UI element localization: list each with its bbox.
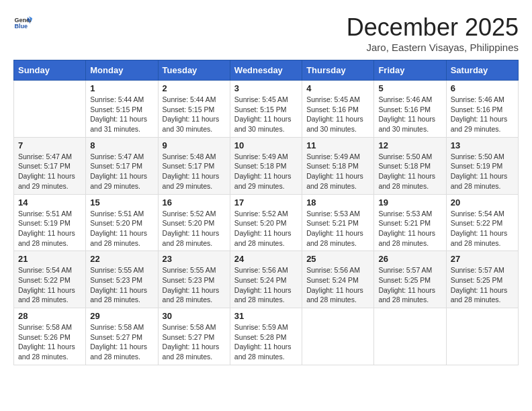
- logo-icon: General Blue: [13, 13, 32, 32]
- day-info: Sunrise: 5:54 AMSunset: 5:22 PMDaylight:…: [451, 209, 514, 248]
- calendar-cell: 13Sunrise: 5:50 AMSunset: 5:19 PMDayligh…: [446, 137, 518, 194]
- calendar-cell: [302, 308, 374, 365]
- calendar-cell: 14Sunrise: 5:51 AMSunset: 5:19 PMDayligh…: [14, 194, 86, 251]
- calendar-cell: 29Sunrise: 5:58 AMSunset: 5:27 PMDayligh…: [86, 308, 158, 365]
- day-info: Sunrise: 5:51 AMSunset: 5:19 PMDaylight:…: [18, 209, 81, 248]
- day-info: Sunrise: 5:54 AMSunset: 5:22 PMDaylight:…: [18, 265, 81, 305]
- calendar-cell: 25Sunrise: 5:56 AMSunset: 5:24 PMDayligh…: [302, 251, 374, 308]
- day-number: 2: [163, 83, 226, 93]
- week-row-1: 1Sunrise: 5:44 AMSunset: 5:15 PMDaylight…: [14, 81, 519, 138]
- calendar-table: SundayMondayTuesdayWednesdayThursdayFrid…: [13, 60, 519, 365]
- day-info: Sunrise: 5:49 AMSunset: 5:18 PMDaylight:…: [234, 152, 298, 191]
- day-number: 25: [306, 254, 369, 264]
- month-title: December 2025: [347, 13, 519, 42]
- day-number: 10: [234, 140, 298, 150]
- day-number: 24: [234, 254, 298, 264]
- week-row-3: 14Sunrise: 5:51 AMSunset: 5:19 PMDayligh…: [14, 194, 519, 251]
- calendar-cell: 28Sunrise: 5:58 AMSunset: 5:26 PMDayligh…: [14, 308, 86, 365]
- calendar-cell: [374, 308, 446, 365]
- calendar-cell: 17Sunrise: 5:52 AMSunset: 5:20 PMDayligh…: [230, 194, 302, 251]
- day-info: Sunrise: 5:49 AMSunset: 5:18 PMDaylight:…: [306, 152, 369, 191]
- day-number: 27: [451, 254, 514, 264]
- day-number: 13: [451, 140, 514, 150]
- day-info: Sunrise: 5:44 AMSunset: 5:15 PMDaylight:…: [90, 95, 153, 134]
- day-info: Sunrise: 5:57 AMSunset: 5:25 PMDaylight:…: [451, 265, 514, 305]
- day-number: 12: [378, 140, 441, 150]
- weekday-header-saturday: Saturday: [446, 60, 518, 81]
- day-number: 9: [163, 140, 226, 150]
- week-row-5: 28Sunrise: 5:58 AMSunset: 5:26 PMDayligh…: [14, 308, 519, 365]
- calendar-cell: 23Sunrise: 5:55 AMSunset: 5:23 PMDayligh…: [158, 251, 230, 308]
- day-number: 23: [163, 254, 226, 264]
- day-number: 28: [18, 311, 81, 321]
- day-info: Sunrise: 5:56 AMSunset: 5:24 PMDaylight:…: [306, 265, 369, 305]
- calendar-cell: 26Sunrise: 5:57 AMSunset: 5:25 PMDayligh…: [374, 251, 446, 308]
- weekday-header-sunday: Sunday: [14, 60, 86, 81]
- day-number: 7: [18, 140, 81, 150]
- day-info: Sunrise: 5:50 AMSunset: 5:19 PMDaylight:…: [451, 152, 514, 191]
- day-number: 30: [163, 311, 226, 321]
- day-number: 5: [378, 83, 441, 93]
- calendar-cell: 3Sunrise: 5:45 AMSunset: 5:15 PMDaylight…: [230, 81, 302, 138]
- calendar-cell: 11Sunrise: 5:49 AMSunset: 5:18 PMDayligh…: [302, 137, 374, 194]
- week-row-2: 7Sunrise: 5:47 AMSunset: 5:17 PMDaylight…: [14, 137, 519, 194]
- calendar-cell: 9Sunrise: 5:48 AMSunset: 5:17 PMDaylight…: [158, 137, 230, 194]
- calendar-cell: 7Sunrise: 5:47 AMSunset: 5:17 PMDaylight…: [14, 137, 86, 194]
- day-info: Sunrise: 5:46 AMSunset: 5:16 PMDaylight:…: [378, 95, 441, 134]
- day-info: Sunrise: 5:58 AMSunset: 5:27 PMDaylight:…: [163, 322, 226, 362]
- calendar-cell: 2Sunrise: 5:44 AMSunset: 5:15 PMDaylight…: [158, 81, 230, 138]
- day-info: Sunrise: 5:52 AMSunset: 5:20 PMDaylight:…: [234, 209, 298, 248]
- logo: General Blue: [13, 13, 32, 32]
- day-number: 22: [90, 254, 153, 264]
- day-info: Sunrise: 5:53 AMSunset: 5:21 PMDaylight:…: [378, 209, 441, 248]
- day-number: 19: [378, 197, 441, 208]
- calendar-cell: 24Sunrise: 5:56 AMSunset: 5:24 PMDayligh…: [230, 251, 302, 308]
- calendar-cell: 12Sunrise: 5:50 AMSunset: 5:18 PMDayligh…: [374, 137, 446, 194]
- calendar-cell: 21Sunrise: 5:54 AMSunset: 5:22 PMDayligh…: [14, 251, 86, 308]
- calendar-cell: 22Sunrise: 5:55 AMSunset: 5:23 PMDayligh…: [86, 251, 158, 308]
- calendar-cell: 15Sunrise: 5:51 AMSunset: 5:20 PMDayligh…: [86, 194, 158, 251]
- day-number: 17: [234, 197, 298, 208]
- calendar-cell: 6Sunrise: 5:46 AMSunset: 5:16 PMDaylight…: [446, 81, 518, 138]
- calendar-cell: 31Sunrise: 5:59 AMSunset: 5:28 PMDayligh…: [230, 308, 302, 365]
- day-number: 18: [306, 197, 369, 208]
- day-number: 3: [234, 83, 298, 93]
- week-row-4: 21Sunrise: 5:54 AMSunset: 5:22 PMDayligh…: [14, 251, 519, 308]
- calendar-cell: 4Sunrise: 5:45 AMSunset: 5:16 PMDaylight…: [302, 81, 374, 138]
- day-number: 4: [306, 83, 369, 93]
- day-info: Sunrise: 5:45 AMSunset: 5:15 PMDaylight:…: [234, 95, 298, 134]
- day-info: Sunrise: 5:48 AMSunset: 5:17 PMDaylight:…: [163, 152, 226, 191]
- calendar-cell: 20Sunrise: 5:54 AMSunset: 5:22 PMDayligh…: [446, 194, 518, 251]
- day-info: Sunrise: 5:55 AMSunset: 5:23 PMDaylight:…: [90, 265, 153, 305]
- day-info: Sunrise: 5:47 AMSunset: 5:17 PMDaylight:…: [90, 152, 153, 191]
- calendar-cell: 30Sunrise: 5:58 AMSunset: 5:27 PMDayligh…: [158, 308, 230, 365]
- day-info: Sunrise: 5:59 AMSunset: 5:28 PMDaylight:…: [234, 322, 298, 362]
- day-info: Sunrise: 5:44 AMSunset: 5:15 PMDaylight:…: [163, 95, 226, 134]
- calendar-cell: 10Sunrise: 5:49 AMSunset: 5:18 PMDayligh…: [230, 137, 302, 194]
- weekday-header-tuesday: Tuesday: [158, 60, 230, 81]
- title-area: December 2025 Jaro, Eastern Visayas, Phi…: [347, 13, 519, 53]
- day-info: Sunrise: 5:58 AMSunset: 5:26 PMDaylight:…: [18, 322, 81, 362]
- day-info: Sunrise: 5:46 AMSunset: 5:16 PMDaylight:…: [451, 95, 514, 134]
- page-header: General Blue December 2025 Jaro, Eastern…: [13, 13, 519, 53]
- weekday-header-row: SundayMondayTuesdayWednesdayThursdayFrid…: [14, 60, 519, 81]
- day-number: 21: [18, 254, 81, 264]
- day-number: 16: [163, 197, 226, 208]
- day-info: Sunrise: 5:56 AMSunset: 5:24 PMDaylight:…: [234, 265, 298, 305]
- location-title: Jaro, Eastern Visayas, Philippines: [347, 42, 519, 53]
- weekday-header-monday: Monday: [86, 60, 158, 81]
- calendar-cell: 8Sunrise: 5:47 AMSunset: 5:17 PMDaylight…: [86, 137, 158, 194]
- calendar-cell: 18Sunrise: 5:53 AMSunset: 5:21 PMDayligh…: [302, 194, 374, 251]
- day-info: Sunrise: 5:55 AMSunset: 5:23 PMDaylight:…: [163, 265, 226, 305]
- day-number: 15: [90, 197, 153, 208]
- weekday-header-wednesday: Wednesday: [230, 60, 302, 81]
- calendar-cell: 1Sunrise: 5:44 AMSunset: 5:15 PMDaylight…: [86, 81, 158, 138]
- day-number: 26: [378, 254, 441, 264]
- calendar-cell: 16Sunrise: 5:52 AMSunset: 5:20 PMDayligh…: [158, 194, 230, 251]
- weekday-header-friday: Friday: [374, 60, 446, 81]
- day-info: Sunrise: 5:57 AMSunset: 5:25 PMDaylight:…: [378, 265, 441, 305]
- day-number: 20: [451, 197, 514, 208]
- day-info: Sunrise: 5:47 AMSunset: 5:17 PMDaylight:…: [18, 152, 81, 191]
- day-info: Sunrise: 5:58 AMSunset: 5:27 PMDaylight:…: [90, 322, 153, 362]
- day-info: Sunrise: 5:53 AMSunset: 5:21 PMDaylight:…: [306, 209, 369, 248]
